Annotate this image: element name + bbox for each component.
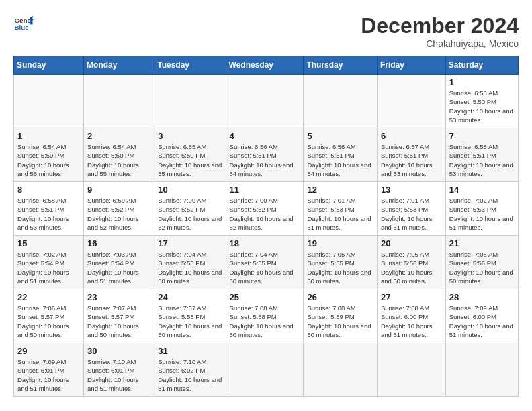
calendar-day-cell <box>377 75 445 128</box>
title-block: December 2024 Chalahuiyapa, Mexico <box>361 13 519 49</box>
weekday-header: Saturday <box>445 56 518 75</box>
calendar-day-cell: 16 Sunrise: 7:03 AM Sunset: 5:54 PM Dayl… <box>84 236 154 289</box>
day-info: Sunrise: 7:07 AM Sunset: 5:58 PM Dayligh… <box>158 304 222 339</box>
day-info: Sunrise: 6:54 AM Sunset: 5:50 PM Dayligh… <box>17 142 80 178</box>
calendar-day-cell: 3 Sunrise: 6:55 AM Sunset: 5:50 PM Dayli… <box>154 128 226 182</box>
calendar-day-cell: 28 Sunrise: 7:09 AM Sunset: 6:00 PM Dayl… <box>445 289 518 343</box>
page-header: General Blue December 2024 Chalahuiyapa,… <box>13 13 519 49</box>
day-info: Sunrise: 7:09 AM Sunset: 6:00 PM Dayligh… <box>449 304 515 339</box>
day-number: 3 <box>158 131 222 141</box>
month-title: December 2024 <box>361 13 519 38</box>
calendar-day-cell <box>226 343 304 397</box>
day-info: Sunrise: 6:56 AM Sunset: 5:51 PM Dayligh… <box>307 142 373 178</box>
calendar-day-cell: 26 Sunrise: 7:08 AM Sunset: 5:59 PM Dayl… <box>304 289 378 343</box>
day-info: Sunrise: 7:05 AM Sunset: 5:55 PM Dayligh… <box>307 250 373 285</box>
day-number: 13 <box>381 185 442 195</box>
calendar-day-cell: 18 Sunrise: 7:04 AM Sunset: 5:55 PM Dayl… <box>226 236 304 289</box>
location: Chalahuiyapa, Mexico <box>361 38 519 49</box>
day-number: 18 <box>230 238 300 248</box>
calendar-day-cell <box>304 343 378 397</box>
calendar-day-cell: 14 Sunrise: 7:02 AM Sunset: 5:53 PM Dayl… <box>445 182 518 236</box>
calendar-week-row: 29 Sunrise: 7:09 AM Sunset: 6:01 PM Dayl… <box>14 343 519 397</box>
calendar-day-cell <box>14 75 84 128</box>
calendar-day-cell: 21 Sunrise: 7:06 AM Sunset: 5:56 PM Dayl… <box>445 236 518 289</box>
calendar-day-cell: 29 Sunrise: 7:09 AM Sunset: 6:01 PM Dayl… <box>14 343 84 397</box>
day-number: 1 <box>17 131 80 141</box>
weekday-header: Sunday <box>14 56 84 75</box>
day-number: 19 <box>307 238 373 248</box>
day-number: 14 <box>449 185 515 195</box>
day-number: 28 <box>449 292 515 302</box>
weekday-header: Tuesday <box>154 56 226 75</box>
day-number: 8 <box>17 185 80 195</box>
day-info: Sunrise: 7:08 AM Sunset: 5:59 PM Dayligh… <box>307 304 373 339</box>
day-info: Sunrise: 7:08 AM Sunset: 5:58 PM Dayligh… <box>230 304 300 339</box>
calendar-day-cell: 6 Sunrise: 6:57 AM Sunset: 5:51 PM Dayli… <box>377 128 445 182</box>
calendar-day-cell: 23 Sunrise: 7:07 AM Sunset: 5:57 PM Dayl… <box>84 289 154 343</box>
weekday-header: Thursday <box>304 56 378 75</box>
day-info: Sunrise: 7:06 AM Sunset: 5:57 PM Dayligh… <box>17 304 80 339</box>
day-info: Sunrise: 6:58 AM Sunset: 5:51 PM Dayligh… <box>17 196 80 232</box>
day-number: 26 <box>307 292 373 302</box>
day-number: 2 <box>87 131 150 141</box>
day-info: Sunrise: 7:00 AM Sunset: 5:52 PM Dayligh… <box>158 196 222 232</box>
day-info: Sunrise: 6:59 AM Sunset: 5:52 PM Dayligh… <box>87 196 150 232</box>
calendar-day-cell <box>84 75 154 128</box>
calendar-day-cell: 1 Sunrise: 6:58 AM Sunset: 5:50 PM Dayli… <box>445 75 518 128</box>
day-info: Sunrise: 7:02 AM Sunset: 5:53 PM Dayligh… <box>449 196 515 232</box>
day-info: Sunrise: 7:08 AM Sunset: 6:00 PM Dayligh… <box>381 304 442 339</box>
weekday-header: Monday <box>84 56 154 75</box>
day-number: 1 <box>449 77 515 87</box>
day-info: Sunrise: 7:03 AM Sunset: 5:54 PM Dayligh… <box>87 250 150 285</box>
day-info: Sunrise: 7:06 AM Sunset: 5:56 PM Dayligh… <box>449 250 515 285</box>
calendar-day-cell <box>304 75 378 128</box>
calendar-day-cell: 11 Sunrise: 7:00 AM Sunset: 5:52 PM Dayl… <box>226 182 304 236</box>
weekday-header: Friday <box>377 56 445 75</box>
calendar-day-cell: 1 Sunrise: 6:54 AM Sunset: 5:50 PM Dayli… <box>14 128 84 182</box>
calendar-table: SundayMondayTuesdayWednesdayThursdayFrid… <box>13 56 519 397</box>
weekday-header: Wednesday <box>226 56 304 75</box>
calendar-day-cell: 9 Sunrise: 6:59 AM Sunset: 5:52 PM Dayli… <box>84 182 154 236</box>
day-info: Sunrise: 6:54 AM Sunset: 5:50 PM Dayligh… <box>87 142 150 178</box>
day-number: 30 <box>87 346 150 356</box>
day-number: 24 <box>158 292 222 302</box>
calendar-day-cell: 4 Sunrise: 6:56 AM Sunset: 5:51 PM Dayli… <box>226 128 304 182</box>
day-info: Sunrise: 7:05 AM Sunset: 5:56 PM Dayligh… <box>381 250 442 285</box>
calendar-week-row: 1 Sunrise: 6:54 AM Sunset: 5:50 PM Dayli… <box>14 128 519 182</box>
calendar-day-cell: 30 Sunrise: 7:10 AM Sunset: 6:01 PM Dayl… <box>84 343 154 397</box>
calendar-week-row: 8 Sunrise: 6:58 AM Sunset: 5:51 PM Dayli… <box>14 182 519 236</box>
day-number: 20 <box>381 238 442 248</box>
calendar-day-cell <box>445 343 518 397</box>
day-info: Sunrise: 7:07 AM Sunset: 5:57 PM Dayligh… <box>87 304 150 339</box>
calendar-day-cell: 24 Sunrise: 7:07 AM Sunset: 5:58 PM Dayl… <box>154 289 226 343</box>
calendar-day-cell: 13 Sunrise: 7:01 AM Sunset: 5:53 PM Dayl… <box>377 182 445 236</box>
day-number: 22 <box>17 292 80 302</box>
day-number: 17 <box>158 238 222 248</box>
day-number: 6 <box>381 131 442 141</box>
day-info: Sunrise: 7:04 AM Sunset: 5:55 PM Dayligh… <box>230 250 300 285</box>
day-info: Sunrise: 7:02 AM Sunset: 5:54 PM Dayligh… <box>17 250 80 285</box>
day-info: Sunrise: 7:04 AM Sunset: 5:55 PM Dayligh… <box>158 250 222 285</box>
day-info: Sunrise: 6:57 AM Sunset: 5:51 PM Dayligh… <box>381 142 442 178</box>
day-number: 12 <box>307 185 373 195</box>
day-number: 27 <box>381 292 442 302</box>
calendar-week-row: 15 Sunrise: 7:02 AM Sunset: 5:54 PM Dayl… <box>14 236 519 289</box>
day-number: 4 <box>230 131 300 141</box>
day-number: 10 <box>158 185 222 195</box>
day-info: Sunrise: 7:01 AM Sunset: 5:53 PM Dayligh… <box>307 196 373 232</box>
calendar-day-cell <box>154 75 226 128</box>
calendar-day-cell: 27 Sunrise: 7:08 AM Sunset: 6:00 PM Dayl… <box>377 289 445 343</box>
day-number: 5 <box>307 131 373 141</box>
calendar-day-cell: 15 Sunrise: 7:02 AM Sunset: 5:54 PM Dayl… <box>14 236 84 289</box>
day-number: 31 <box>158 346 222 356</box>
day-info: Sunrise: 7:01 AM Sunset: 5:53 PM Dayligh… <box>381 196 442 232</box>
calendar-day-cell: 2 Sunrise: 6:54 AM Sunset: 5:50 PM Dayli… <box>84 128 154 182</box>
calendar-day-cell: 20 Sunrise: 7:05 AM Sunset: 5:56 PM Dayl… <box>377 236 445 289</box>
calendar-header-row: SundayMondayTuesdayWednesdayThursdayFrid… <box>14 56 519 75</box>
day-number: 11 <box>230 185 300 195</box>
day-info: Sunrise: 6:55 AM Sunset: 5:50 PM Dayligh… <box>158 142 222 178</box>
logo: General Blue <box>13 13 34 34</box>
calendar-week-row: 1 Sunrise: 6:58 AM Sunset: 5:50 PM Dayli… <box>14 75 519 128</box>
day-number: 7 <box>449 131 515 141</box>
calendar-day-cell: 17 Sunrise: 7:04 AM Sunset: 5:55 PM Dayl… <box>154 236 226 289</box>
